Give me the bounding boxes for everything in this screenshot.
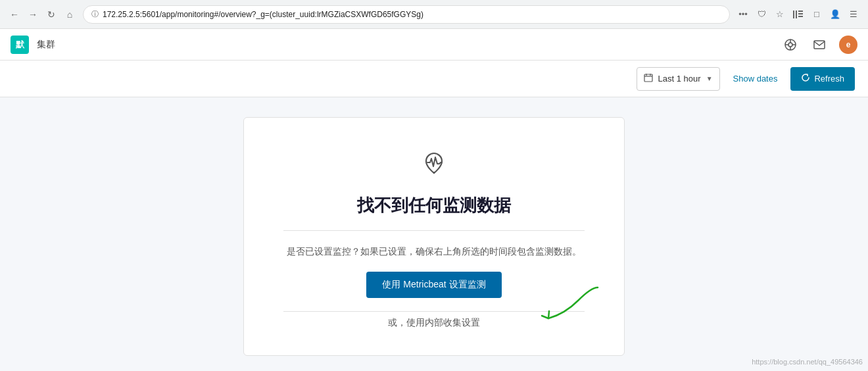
svg-rect-1 — [796, 11, 797, 18]
time-selector[interactable]: Last 1 hour ▼ — [637, 67, 720, 91]
lock-icon: ⓘ — [91, 9, 99, 19]
cluster-nav-label[interactable]: 集群 — [37, 39, 55, 51]
divider-1 — [283, 230, 585, 231]
show-dates-button[interactable]: Show dates — [728, 71, 783, 86]
app-header: 默 集群 e — [0, 29, 868, 61]
main-content: 找不到任何监测数据 是否已设置监控？如果已设置，确保右上角所选的时间段包含监测数… — [0, 97, 868, 371]
or-section: 或，使用内部收集设置 — [283, 311, 585, 329]
share-icon[interactable] — [781, 36, 800, 54]
profile-icon[interactable]: 👤 — [829, 8, 842, 21]
mail-icon[interactable] — [810, 36, 829, 54]
library-icon[interactable] — [792, 8, 805, 21]
refresh-icon — [801, 73, 810, 84]
address-bar[interactable]: ⓘ 172.25.2.5:5601/app/monitoring#/overvi… — [83, 5, 730, 24]
toolbar: Last 1 hour ▼ Show dates Refresh — [0, 61, 868, 97]
internal-collect-wrap: 或，使用内部收集设置 — [283, 317, 585, 329]
svg-rect-12 — [644, 74, 652, 82]
back-button[interactable]: ← — [8, 8, 21, 21]
empty-description: 是否已设置监控？如果已设置，确保右上角所选的时间段包含监测数据。 — [287, 244, 581, 259]
svg-rect-3 — [798, 13, 803, 14]
browser-chrome: ← → ↻ ⌂ ⓘ 172.25.2.5:5601/app/monitoring… — [0, 0, 868, 29]
app-logo[interactable]: 默 — [11, 36, 29, 54]
watermark: https://blog.csdn.net/qq_49564346 — [752, 358, 863, 366]
browser-menu-icon[interactable]: ☰ — [847, 8, 860, 21]
internal-collection-link[interactable]: 或，使用内部收集设置 — [388, 317, 480, 329]
empty-state-card: 找不到任何监测数据 是否已设置监控？如果已设置，确保右上角所选的时间段包含监测数… — [243, 117, 625, 356]
home-button[interactable]: ⌂ — [63, 8, 76, 21]
calendar-icon — [644, 73, 653, 84]
empty-title: 找不到任何监测数据 — [357, 194, 511, 217]
bookmark-icon[interactable]: ☆ — [773, 8, 786, 21]
app-header-right: e — [781, 36, 857, 54]
arrow-icon — [512, 284, 604, 324]
refresh-button[interactable]: Refresh — [790, 67, 855, 91]
browser-right-icons: ••• 🛡 ☆ □ 👤 ☰ — [736, 8, 860, 21]
refresh-nav-button[interactable]: ↻ — [45, 8, 58, 21]
url-text: 172.25.2.5:5601/app/monitoring#/overview… — [103, 10, 423, 19]
more-options-icon[interactable]: ••• — [736, 8, 750, 21]
shield-icon[interactable]: 🛡 — [755, 8, 768, 21]
svg-rect-4 — [798, 16, 803, 17]
tab-manager-icon[interactable]: □ — [810, 8, 823, 21]
forward-button[interactable]: → — [26, 8, 39, 21]
monitor-icon-wrap — [416, 144, 452, 181]
chevron-down-icon: ▼ — [706, 75, 713, 82]
time-label: Last 1 hour — [658, 74, 701, 84]
browser-nav-icons: ← → ↻ ⌂ — [8, 8, 76, 21]
user-avatar[interactable]: e — [839, 36, 857, 54]
svg-rect-11 — [814, 41, 825, 49]
refresh-label: Refresh — [814, 74, 844, 84]
svg-rect-0 — [793, 11, 794, 18]
svg-point-6 — [788, 43, 792, 47]
svg-rect-2 — [798, 11, 803, 12]
setup-metricbeat-button[interactable]: 使用 Metricbeat 设置监测 — [366, 272, 501, 298]
monitor-icon — [416, 144, 452, 181]
